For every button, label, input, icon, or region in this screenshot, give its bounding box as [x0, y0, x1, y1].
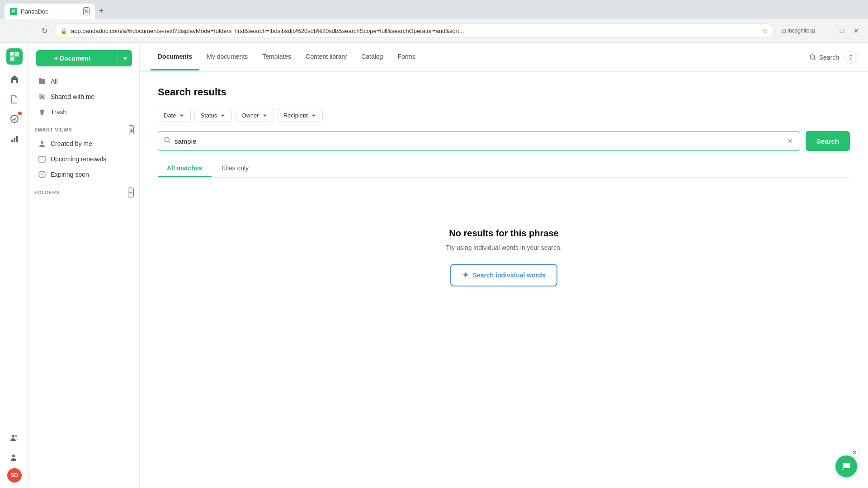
svg-rect-5: [14, 138, 15, 142]
browser-tab-bar: P PandaDoc ✕ +: [0, 0, 868, 19]
search-input[interactable]: [175, 137, 786, 145]
nav-item-all[interactable]: All: [33, 74, 136, 89]
browser-controls: ← → ↻ 🔒 app.pandadoc.com/a/#/documents-n…: [0, 19, 868, 42]
icon-sidebar-bottom: SD: [5, 428, 24, 483]
lock-icon: 🔒: [60, 28, 67, 34]
svg-point-14: [810, 55, 815, 59]
sidebar-icon-add-user[interactable]: [5, 448, 24, 466]
sparkle-icon: ✦: [462, 270, 469, 280]
search-bar-container: × Search: [158, 131, 850, 151]
top-nav-tabs: Documents My documents Templates Content…: [151, 44, 423, 70]
profile-button[interactable]: Incognito: [792, 24, 805, 37]
browser-tab[interactable]: P PandaDoc ✕: [5, 4, 95, 19]
empty-state-subtitle: Try using individual words in your searc…: [446, 244, 561, 251]
app-container: SD + Document ▾ All: [0, 43, 868, 488]
smart-views-collapse-button[interactable]: ▴: [129, 125, 134, 134]
tab-templates[interactable]: Templates: [255, 44, 298, 70]
nav-main-section: All Shared with me Trash: [29, 74, 139, 120]
tab-content-library[interactable]: Content library: [298, 44, 354, 70]
chat-close-button[interactable]: ✕: [850, 448, 859, 457]
svg-point-3: [11, 115, 18, 122]
person-icon: [38, 140, 46, 148]
svg-rect-12: [39, 156, 45, 162]
nav-item-created-by-me[interactable]: Created by me: [33, 136, 136, 151]
nav-item-trash[interactable]: Trash: [33, 104, 136, 120]
sidebar-icon-documents[interactable]: [5, 90, 24, 108]
smart-views-section: Created by me Upcoming renewals: [29, 136, 139, 182]
search-input-wrapper[interactable]: ×: [158, 131, 800, 151]
address-bar-icons: ☆: [763, 28, 768, 34]
svg-point-11: [41, 141, 43, 144]
nav-sidebar-top: + Document ▾: [29, 50, 139, 74]
nav-item-expiring-label: Expiring soon: [51, 171, 89, 178]
nav-sidebar: + Document ▾ All: [29, 43, 140, 488]
sidebar-icon-check[interactable]: [5, 110, 24, 128]
search-clear-button[interactable]: ×: [786, 136, 794, 146]
filter-owner-label: Owner: [241, 112, 259, 119]
forward-button[interactable]: →: [22, 24, 34, 37]
search-magnifier-icon: [164, 136, 171, 145]
top-nav-search-button[interactable]: Search: [809, 54, 839, 61]
reload-button[interactable]: ↻: [38, 24, 51, 37]
filter-bar: Date Status Owner Recipient: [158, 109, 850, 122]
add-document-button[interactable]: + Document ▾: [36, 50, 132, 66]
minimize-button[interactable]: ─: [821, 24, 834, 37]
help-button[interactable]: ?: [844, 51, 857, 64]
extensions-button[interactable]: ⊞: [807, 24, 819, 37]
filter-owner-button[interactable]: Owner: [236, 109, 274, 122]
filter-recipient-button[interactable]: Recipient: [278, 109, 323, 122]
new-tab-button[interactable]: +: [95, 5, 108, 17]
trash-icon: [38, 108, 46, 116]
search-tab-all-matches[interactable]: All matches: [158, 160, 212, 177]
chat-button[interactable]: [835, 455, 857, 477]
tab-documents[interactable]: Documents: [151, 44, 199, 70]
top-nav-right: Search ?: [809, 51, 857, 64]
svg-rect-1: [14, 52, 19, 56]
tab-forms[interactable]: Forms: [390, 44, 423, 70]
nav-item-upcoming-renewals[interactable]: Upcoming renewals: [33, 151, 136, 167]
search-label: Search: [819, 54, 839, 61]
add-document-main[interactable]: + Document: [36, 50, 118, 66]
add-document-label: + Document: [54, 55, 91, 62]
filter-date-label: Date: [164, 112, 176, 119]
tab-my-documents[interactable]: My documents: [199, 44, 255, 70]
pandadoc-favicon: P: [10, 8, 17, 15]
folder-icon: [38, 77, 46, 85]
user-avatar[interactable]: SD: [7, 468, 22, 483]
bookmark-icon[interactable]: ☆: [763, 28, 768, 34]
svg-rect-6: [16, 136, 18, 142]
sidebar-icon-home[interactable]: [5, 70, 24, 88]
sidebar-icon-analytics[interactable]: [5, 130, 24, 148]
add-folder-button[interactable]: +: [128, 188, 134, 197]
address-bar[interactable]: 🔒 app.pandadoc.com/a/#/documents-next?di…: [54, 23, 774, 38]
svg-rect-4: [11, 140, 13, 142]
close-button[interactable]: ✕: [850, 24, 863, 37]
tab-close-button[interactable]: ✕: [83, 7, 90, 15]
nav-item-shared[interactable]: Shared with me: [33, 89, 136, 104]
filter-status-label: Status: [200, 112, 217, 119]
nav-item-expiring-soon[interactable]: Expiring soon: [33, 167, 136, 182]
folders-header: FOLDERS +: [29, 182, 139, 199]
add-document-arrow[interactable]: ▾: [118, 50, 132, 66]
browser-chrome: P PandaDoc ✕ + ← → ↻ 🔒 app.pandadoc.com/…: [0, 0, 868, 43]
maximize-button[interactable]: □: [835, 24, 848, 37]
search-submit-button[interactable]: Search: [806, 131, 850, 151]
folders-label: FOLDERS: [34, 190, 60, 195]
url-text: app.pandadoc.com/a/#/documents-next?disp…: [71, 28, 759, 34]
search-tab-titles-only[interactable]: Titles only: [212, 160, 258, 177]
search-individual-words-button[interactable]: ✦ Search individual words: [450, 264, 557, 286]
filter-status-button[interactable]: Status: [194, 109, 232, 122]
tab-catalog[interactable]: Catalog: [354, 44, 390, 70]
svg-point-7: [12, 435, 14, 437]
smart-views-label: SMART VIEWS: [34, 127, 72, 132]
app-logo[interactable]: [6, 48, 23, 65]
filter-date-button[interactable]: Date: [158, 109, 191, 122]
nav-item-renewals-label: Upcoming renewals: [51, 155, 106, 163]
svg-rect-0: [10, 52, 14, 56]
back-button[interactable]: ←: [5, 24, 18, 37]
sidebar-icon-users[interactable]: [5, 428, 24, 446]
search-tabs: All matches Titles only: [158, 160, 850, 178]
nav-item-created-label: Created by me: [51, 140, 92, 147]
icon-sidebar: SD: [0, 43, 29, 488]
smart-views-header: SMART VIEWS ▴: [29, 120, 139, 136]
